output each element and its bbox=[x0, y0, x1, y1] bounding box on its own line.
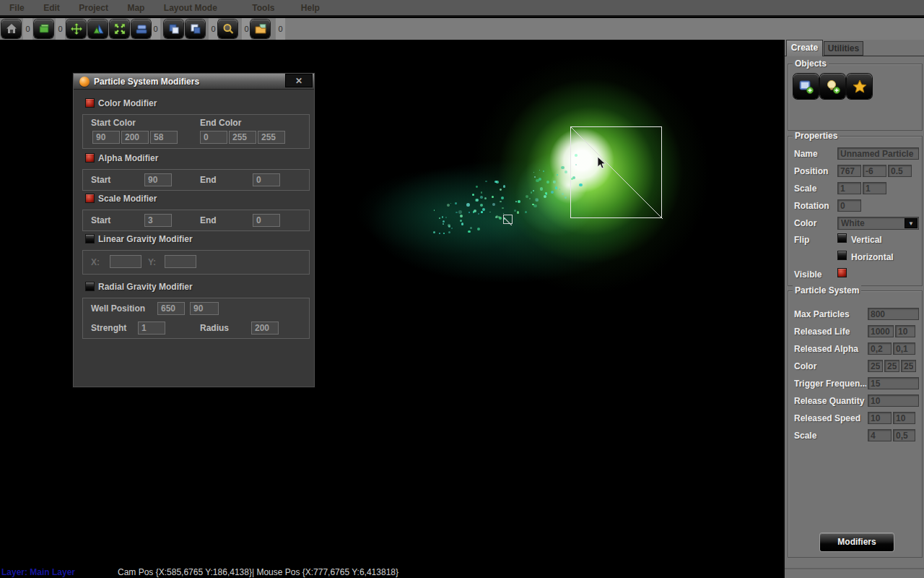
selection-rectangle[interactable] bbox=[570, 126, 662, 218]
emitter-handle[interactable] bbox=[503, 215, 513, 224]
menu-edit[interactable]: Edit bbox=[35, 0, 68, 13]
end-color-b-input[interactable] bbox=[258, 131, 285, 144]
color-dropdown[interactable]: White ▼ bbox=[837, 217, 919, 230]
color-modifier-checkbox[interactable] bbox=[85, 98, 95, 108]
release-quantity-input[interactable] bbox=[868, 394, 919, 407]
trigger-frequency-label: Trigger Frequen... bbox=[794, 379, 866, 389]
max-particles-input[interactable] bbox=[868, 308, 919, 320]
toolbar-counter: 0 bbox=[55, 18, 66, 40]
alpha-start-input[interactable] bbox=[144, 173, 172, 186]
align-icon bbox=[135, 22, 148, 35]
alpha-end-input[interactable] bbox=[253, 173, 280, 186]
start-color-b-input[interactable] bbox=[150, 131, 178, 144]
add-star-object-button[interactable] bbox=[847, 74, 872, 99]
scale-end-input[interactable] bbox=[253, 214, 280, 227]
radius-input[interactable] bbox=[251, 322, 279, 335]
released-alpha-input-1[interactable] bbox=[868, 342, 892, 355]
scale-label: Scale bbox=[794, 184, 816, 194]
rotate-icon bbox=[92, 22, 105, 35]
position-y-input[interactable] bbox=[863, 165, 886, 177]
scale-start-input[interactable] bbox=[144, 214, 172, 227]
strength-input[interactable] bbox=[138, 322, 165, 335]
send-backward-button[interactable] bbox=[186, 20, 205, 38]
add-particle-object-button[interactable] bbox=[820, 74, 845, 99]
menu-map[interactable]: Map bbox=[119, 0, 152, 13]
release-quantity-label: Release Quantity bbox=[794, 396, 864, 406]
scale-tool-button[interactable] bbox=[110, 20, 129, 38]
visible-checkbox[interactable] bbox=[837, 268, 847, 277]
ps-scale-input-2[interactable] bbox=[893, 429, 915, 441]
selection-diagonal bbox=[571, 127, 663, 219]
add-image-icon bbox=[798, 79, 814, 95]
well-position-y-input[interactable] bbox=[190, 302, 219, 315]
linear-gravity-panel: X: Y: bbox=[82, 250, 310, 275]
scale-start-label: Start bbox=[91, 215, 110, 225]
objects-title: Objects bbox=[793, 59, 829, 69]
start-color-g-input[interactable] bbox=[121, 131, 149, 144]
alpha-modifier-checkbox[interactable] bbox=[85, 153, 95, 163]
add-image-object-button[interactable] bbox=[793, 74, 819, 99]
strength-label: Strenght bbox=[91, 323, 126, 333]
dialog-close-button[interactable]: ✕ bbox=[285, 74, 313, 87]
end-color-g-input[interactable] bbox=[229, 131, 256, 144]
tab-create[interactable]: Create bbox=[786, 40, 823, 56]
flip-horizontal-label: Horizontal bbox=[851, 252, 894, 262]
tab-utilities[interactable]: Utilities bbox=[824, 41, 863, 56]
scale-end-label: End bbox=[200, 215, 217, 225]
ps-color-b-input[interactable] bbox=[901, 360, 916, 372]
menu-tools[interactable]: Tools bbox=[244, 0, 282, 13]
linear-gravity-label: Linear Gravity Modifier bbox=[98, 234, 193, 244]
rotate-tool-button[interactable] bbox=[88, 20, 108, 38]
dialog-title-bar[interactable]: Particle System Modifiers bbox=[74, 74, 314, 90]
ps-scale-input-1[interactable] bbox=[868, 429, 892, 441]
start-color-r-input[interactable] bbox=[92, 131, 120, 144]
flip-label: Flip bbox=[794, 235, 809, 245]
layer-indicator: Layer: Main Layer bbox=[1, 567, 75, 577]
released-speed-input-2[interactable] bbox=[893, 412, 915, 424]
scale-x-input[interactable] bbox=[837, 182, 861, 194]
rotation-input[interactable] bbox=[837, 199, 861, 212]
released-life-input-2[interactable] bbox=[895, 325, 915, 337]
linear-x-input[interactable] bbox=[110, 255, 141, 268]
move-tool-button[interactable] bbox=[66, 20, 86, 38]
trigger-frequency-input[interactable] bbox=[868, 377, 919, 389]
linear-gravity-checkbox[interactable] bbox=[85, 234, 95, 243]
bring-forward-icon bbox=[167, 22, 180, 35]
ps-color-r-input[interactable] bbox=[868, 360, 883, 372]
position-label: Position bbox=[794, 166, 828, 176]
well-position-x-input[interactable] bbox=[157, 302, 185, 315]
align-tool-button[interactable] bbox=[131, 20, 151, 38]
radial-gravity-checkbox[interactable] bbox=[85, 282, 95, 291]
position-z-input[interactable] bbox=[888, 165, 912, 177]
open-project-button[interactable] bbox=[250, 20, 270, 38]
released-life-input-1[interactable] bbox=[868, 325, 894, 337]
scale-modifier-checkbox[interactable] bbox=[85, 194, 95, 203]
home-tool-button[interactable] bbox=[1, 20, 21, 38]
flip-vertical-checkbox[interactable] bbox=[837, 233, 847, 243]
linear-y-input[interactable] bbox=[165, 255, 196, 268]
mouse-cursor bbox=[597, 156, 609, 171]
modifiers-button[interactable]: Modifiers bbox=[820, 533, 894, 551]
menu-bar: File Edit Project Map Layout Mode Tools … bbox=[0, 0, 924, 17]
position-x-input[interactable] bbox=[837, 165, 861, 177]
color-modifier-label: Color Modifier bbox=[98, 98, 157, 108]
start-color-label: Start Color bbox=[91, 118, 136, 128]
menu-layout-mode[interactable]: Layout Mode bbox=[156, 0, 225, 13]
released-speed-input-1[interactable] bbox=[868, 412, 892, 424]
scale-y-input[interactable] bbox=[863, 182, 886, 194]
zoom-tool-button[interactable] bbox=[218, 20, 237, 38]
menu-project[interactable]: Project bbox=[71, 0, 116, 13]
chevron-down-icon[interactable]: ▼ bbox=[905, 218, 918, 228]
layers-tool-button[interactable] bbox=[34, 20, 53, 38]
menu-help[interactable]: Help bbox=[293, 0, 328, 13]
ps-color-g-input[interactable] bbox=[884, 360, 899, 372]
name-input[interactable] bbox=[837, 147, 919, 160]
dialog-title: Particle System Modifiers bbox=[94, 77, 199, 87]
bring-forward-button[interactable] bbox=[164, 20, 183, 38]
cam-mouse-position: Cam Pos {X:585,6765 Y:186,4138}| Mouse P… bbox=[118, 567, 398, 577]
end-color-r-input[interactable] bbox=[200, 131, 227, 144]
menu-file[interactable]: File bbox=[1, 0, 32, 13]
released-alpha-input-2[interactable] bbox=[893, 342, 915, 355]
radial-gravity-panel: Well Position Strenght Radius bbox=[82, 298, 310, 339]
flip-horizontal-checkbox[interactable] bbox=[837, 251, 847, 260]
